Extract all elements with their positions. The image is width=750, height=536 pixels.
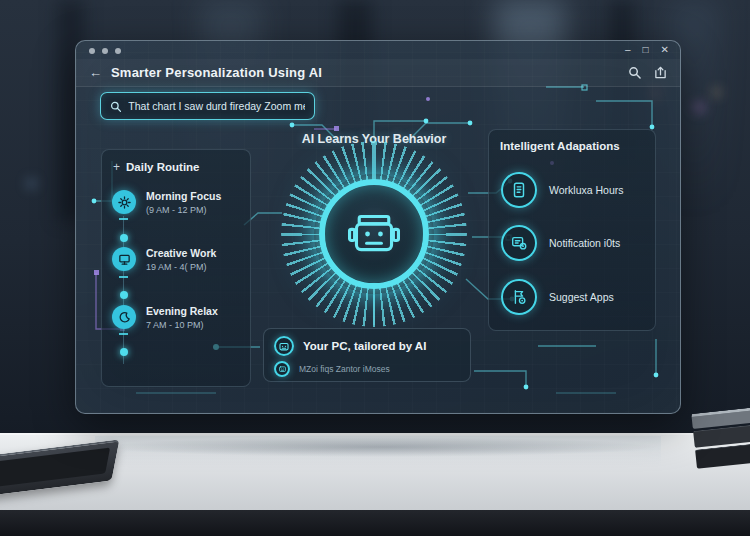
- pc-card-subtitle: MZoi fiqs Zantor iMoses: [299, 364, 390, 374]
- routine-time: 7 AM - 10 PM): [146, 320, 218, 330]
- adaptation-label: Suggest Apps: [549, 291, 614, 303]
- screen-reflection: [95, 436, 661, 466]
- daily-routine-title: Daily Routine: [126, 161, 199, 173]
- timeline-dot: [120, 234, 128, 242]
- search-input[interactable]: That chart I saw durd fireday Zoom meeti…: [100, 92, 315, 120]
- adaptation-item-notifications[interactable]: Notification i0ts: [501, 225, 620, 261]
- search-query-text: That chart I saw durd fireday Zoom meeti…: [128, 100, 305, 112]
- window-dot[interactable]: [115, 48, 121, 54]
- search-icon: [110, 100, 121, 113]
- document-icon: [510, 181, 528, 199]
- badge-icon[interactable]: [654, 66, 667, 79]
- monitor-icon: [118, 253, 131, 266]
- maximize-button[interactable]: □: [643, 44, 649, 55]
- window-traffic-dots[interactable]: [89, 48, 121, 54]
- timeline-tick: [119, 333, 128, 335]
- robot-icon: [278, 365, 287, 373]
- tablet-screen: [0, 448, 110, 488]
- window-dot[interactable]: [102, 48, 108, 54]
- robot-icon: [348, 210, 400, 258]
- pc-tailored-card[interactable]: Your PC, tailored by AI MZoi fiqs Zantor…: [263, 328, 471, 382]
- ai-hub: [319, 179, 429, 289]
- routine-time: (9 AM - 12 PM): [146, 205, 221, 215]
- apps-flag-icon: [510, 288, 528, 306]
- adaptation-label: Notification i0ts: [549, 237, 620, 249]
- routine-label: Evening Relax: [146, 305, 218, 317]
- bokeh-light: [712, 88, 721, 97]
- timeline-dot: [120, 291, 128, 299]
- timeline-tick: [119, 276, 128, 278]
- adaptation-item-suggest-apps[interactable]: Suggest Apps: [501, 279, 614, 315]
- back-button[interactable]: ←: [89, 65, 102, 80]
- bokeh-light: [694, 102, 705, 113]
- timeline-dot: [120, 348, 128, 356]
- adaptation-label: Workluxa Hours: [549, 184, 624, 196]
- window-controls: – □ ✕: [625, 44, 669, 55]
- moon-icon: [118, 311, 131, 324]
- routine-label: Morning Focus: [146, 190, 221, 202]
- add-routine-button[interactable]: +: [113, 160, 120, 174]
- sun-icon: [118, 196, 131, 209]
- notification-settings-icon: [510, 234, 528, 252]
- bokeh-light: [26, 178, 37, 189]
- daily-routine-panel: + Daily Routine Morning Focus (9 AM - 12…: [101, 149, 251, 387]
- robot-icon: [278, 341, 290, 352]
- search-icon[interactable]: [628, 66, 641, 79]
- adaptation-item-work-hours[interactable]: Workluxa Hours: [501, 172, 624, 208]
- adaptations-panel: Intelligent Adapations Workluxa Hours No…: [488, 129, 656, 331]
- window-dot[interactable]: [89, 48, 95, 54]
- timeline-tick: [119, 218, 128, 220]
- routine-item-creative-work[interactable]: Creative Work 19 AM - 4( PM): [112, 247, 216, 272]
- window-header: ← Smarter Personalization Using AI: [76, 59, 680, 87]
- routine-time: 19 AM - 4( PM): [146, 262, 216, 272]
- page-title: Smarter Personalization Using AI: [111, 65, 322, 80]
- minimize-button[interactable]: –: [625, 44, 631, 55]
- desk-front-edge: [0, 510, 750, 536]
- routine-label: Creative Work: [146, 247, 216, 259]
- app-window: – □ ✕ ← Smarter Personalization Using AI…: [75, 40, 681, 414]
- routine-item-morning-focus[interactable]: Morning Focus (9 AM - 12 PM): [112, 190, 221, 215]
- pc-card-title: Your PC, tailored by AI: [303, 340, 426, 352]
- scene: – □ ✕ ← Smarter Personalization Using AI…: [0, 0, 750, 536]
- routine-item-evening-relax[interactable]: Evening Relax 7 AM - 10 PM): [112, 305, 218, 330]
- close-button[interactable]: ✕: [661, 44, 669, 55]
- book-stack: [691, 406, 750, 468]
- adaptations-title: Intelligent Adapations: [500, 140, 620, 152]
